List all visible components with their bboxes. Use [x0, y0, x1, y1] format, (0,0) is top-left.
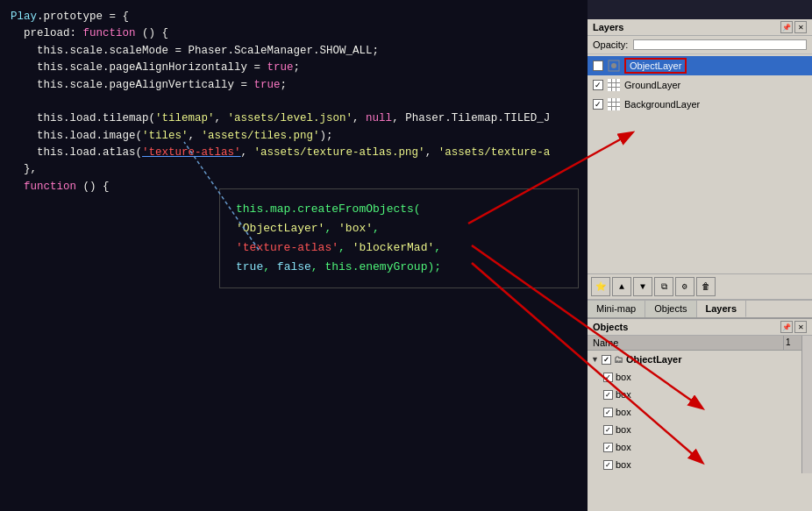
layer-checkbox-object[interactable]: ✓	[593, 60, 603, 71]
layers-panel-header: Layers 📌 ✕	[588, 19, 812, 36]
popup-line-3: 'texture-atlas', 'blockerMad',	[236, 238, 562, 258]
obj-child-4[interactable]: ✓ box	[588, 421, 801, 438]
layer-name-background: BackgroundLayer	[624, 99, 700, 110]
popup-code-box: this.map.createFromObjects( 'ObjectLayer…	[219, 188, 579, 288]
objects-icons: 📌 ✕	[780, 321, 807, 333]
objects-pin-btn[interactable]: 📌	[780, 321, 793, 333]
code-line-blank	[11, 94, 577, 110]
layers-title: Layers	[593, 22, 623, 32]
opacity-label: Opacity:	[593, 39, 628, 50]
col-num: 1	[784, 336, 801, 350]
layer-checkbox-background[interactable]: ✓	[593, 99, 603, 110]
layer-item-ground[interactable]: ✓ GroundLayer	[588, 75, 812, 95]
obj-child-6[interactable]: ✓ box	[588, 456, 801, 473]
layers-tab-bar: Mini-map Objects Layers	[588, 300, 812, 317]
svg-point-1	[611, 63, 616, 68]
layers-panel: Layers 📌 ✕ Opacity: ✓ ObjectLayer ✓	[588, 19, 812, 317]
code-line-3: this.scale.scaleMode = Phaser.ScaleManag…	[11, 43, 577, 60]
obj-folder-icon: 🗂	[614, 354, 623, 365]
objects-title: Objects	[593, 322, 628, 332]
layers-copy-btn[interactable]: ⧉	[654, 277, 673, 296]
obj-tree-root[interactable]: ▼ ✓ 🗂 ObjectLayer	[588, 351, 801, 368]
obj-child4-checkbox[interactable]: ✓	[603, 425, 613, 435]
objects-table-wrapper: Name 1 ▼ ✓ 🗂 ObjectLayer ✓ box ✓ box ✓ b…	[588, 336, 812, 473]
objects-panel: Objects 📌 ✕ Name 1 ▼ ✓ 🗂 ObjectLayer ✓ b…	[588, 317, 812, 511]
obj-child-5[interactable]: ✓ box	[588, 438, 801, 456]
popup-line-4: true, false, this.enemyGroup);	[236, 258, 562, 277]
tab-objects[interactable]: Objects	[645, 301, 696, 317]
code-line-10: },	[11, 161, 577, 178]
col-name: Name	[588, 336, 784, 350]
layer-item-background[interactable]: ✓ BackgroundLayer	[588, 95, 812, 114]
layers-add-btn[interactable]: ⭐	[591, 277, 610, 296]
layers-delete-btn[interactable]: 🗑	[696, 277, 716, 296]
obj-child6-label: box	[616, 459, 631, 470]
obj-child5-label: box	[616, 442, 631, 452]
obj-child-3[interactable]: ✓ box	[588, 403, 801, 421]
layers-pin-btn[interactable]: 📌	[780, 21, 793, 33]
obj-child5-checkbox[interactable]: ✓	[603, 443, 613, 452]
layers-toolbar: ⭐ ▲ ▼ ⧉ ⚙ 🗑	[588, 273, 812, 300]
objects-col-header: Name 1	[588, 336, 801, 351]
layer-icon-object	[607, 59, 621, 73]
layer-checkbox-ground[interactable]: ✓	[593, 80, 603, 90]
popup-line-1: this.map.createFromObjects(	[236, 200, 562, 219]
obj-root-checkbox[interactable]: ✓	[602, 355, 611, 365]
expand-arrow: ▼	[591, 355, 599, 364]
layer-name-ground: GroundLayer	[624, 80, 680, 90]
obj-child1-checkbox[interactable]: ✓	[603, 373, 613, 382]
popup-line-2: 'ObjectLayer', 'box',	[236, 219, 562, 238]
obj-root-label: ObjectLayer	[626, 354, 682, 365]
objects-header: Objects 📌 ✕	[588, 319, 812, 336]
code-line-2: preload: function () {	[11, 25, 577, 42]
code-line-8: this.load.image('tiles', 'assets/tiles.p…	[11, 128, 577, 145]
objects-close-btn[interactable]: ✕	[794, 321, 807, 333]
objects-table-main: Name 1 ▼ ✓ 🗂 ObjectLayer ✓ box ✓ box ✓ b…	[588, 336, 801, 473]
obj-child3-checkbox[interactable]: ✓	[603, 408, 613, 417]
obj-child-2[interactable]: ✓ box	[588, 386, 801, 403]
layer-item-object[interactable]: ✓ ObjectLayer	[588, 56, 812, 75]
layers-panel-icons: 📌 ✕	[780, 21, 807, 33]
layers-up-btn[interactable]: ▲	[612, 277, 631, 296]
layer-name-object: ObjectLayer	[624, 58, 687, 74]
obj-child2-checkbox[interactable]: ✓	[603, 390, 613, 400]
objects-scrollbar[interactable]	[801, 336, 812, 473]
opacity-slider[interactable]	[633, 39, 807, 50]
layers-close-btn[interactable]: ✕	[794, 21, 807, 33]
obj-child4-label: box	[616, 424, 631, 435]
obj-child3-label: box	[616, 407, 631, 417]
layers-list: ✓ ObjectLayer ✓ GroundLayer ✓ Background	[588, 54, 812, 116]
layer-icon-background	[607, 97, 621, 111]
code-line-1: Play.prototype = {	[11, 9, 577, 25]
code-line-5: this.scale.pageAlignVertically = true;	[11, 77, 577, 94]
code-line-4: this.scale.pageAlignHorizontally = true;	[11, 60, 577, 76]
obj-child-1[interactable]: ✓ box	[588, 368, 801, 386]
tab-minimap[interactable]: Mini-map	[588, 301, 645, 317]
code-line-9: this.load.atlas('texture-atlas', 'assets…	[11, 145, 577, 161]
obj-child2-label: box	[616, 389, 631, 400]
tab-layers[interactable]: Layers	[697, 301, 746, 317]
code-line-7: this.load.tilemap('tilemap', 'assets/lev…	[11, 110, 577, 127]
opacity-row: Opacity:	[588, 36, 812, 54]
obj-child6-checkbox[interactable]: ✓	[603, 460, 613, 470]
layers-spacer	[588, 116, 812, 273]
layers-down-btn[interactable]: ▼	[633, 277, 652, 296]
layers-settings-btn[interactable]: ⚙	[675, 277, 694, 296]
obj-child1-label: box	[616, 372, 631, 382]
layer-icon-ground	[607, 78, 621, 92]
